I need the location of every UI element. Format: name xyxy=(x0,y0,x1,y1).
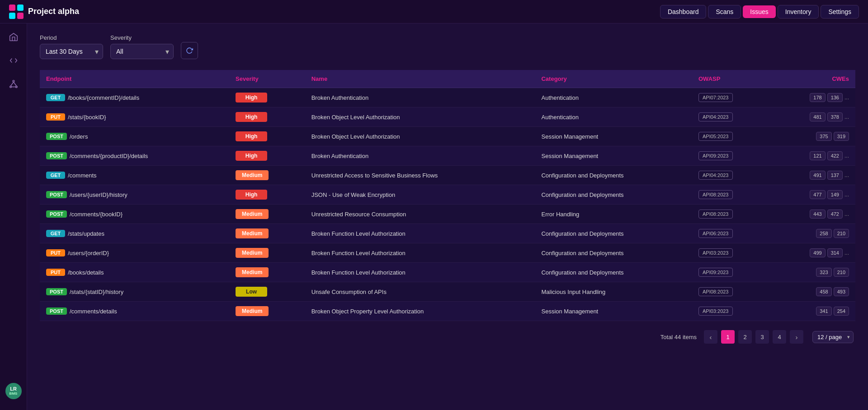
sidebar-code-icon[interactable] xyxy=(7,54,20,67)
name-cell: Broken Function Level Authorization xyxy=(305,224,535,243)
svg-rect-0 xyxy=(9,5,15,11)
cwe-value: 178 xyxy=(810,93,825,102)
nav-settings[interactable]: Settings xyxy=(821,5,859,19)
table-row[interactable]: POST /orders High Broken Object Level Au… xyxy=(40,127,855,146)
severity-badge: High xyxy=(236,112,267,122)
cwes-cell: 491137... xyxy=(769,166,855,185)
main-content: Period Last 30 Days Last 7 Days Last 90 … xyxy=(27,23,868,410)
severity-badge: High xyxy=(236,131,267,141)
top-navigation: Project alpha Dashboard Scans Issues Inv… xyxy=(0,0,868,23)
page-2-button[interactable]: 2 xyxy=(738,330,752,344)
sidebar-home-icon[interactable] xyxy=(7,31,20,43)
endpoint-cell: POST /orders xyxy=(40,127,229,146)
name-cell: Broken Object Level Authorization xyxy=(305,127,535,146)
logo-icon xyxy=(9,5,24,19)
severity-cell: High xyxy=(229,88,305,107)
owasp-cell: API04:2023 xyxy=(692,166,769,185)
endpoint-path: /users/{userID}/history xyxy=(70,191,127,198)
name-cell: Unrestricted Access to Sensitive Busines… xyxy=(305,166,535,185)
nav-dashboard[interactable]: Dashboard xyxy=(660,5,707,19)
svg-rect-1 xyxy=(17,5,24,11)
cwes-cell: 178136... xyxy=(769,88,855,107)
category-cell: Configuration and Deployments xyxy=(535,243,692,263)
table-row[interactable]: POST /comments/details Medium Broken Obj… xyxy=(40,302,855,321)
category-cell: Authentication xyxy=(535,88,692,107)
owasp-badge: API04:2023 xyxy=(698,171,733,180)
severity-cell: Medium xyxy=(229,224,305,243)
cwe-value: 422 xyxy=(827,151,843,160)
page-3-button[interactable]: 3 xyxy=(755,330,769,344)
cwe-value: 254 xyxy=(834,307,849,316)
owasp-badge: API04:2023 xyxy=(698,112,733,121)
endpoint-path: /books/{commentID}/details xyxy=(68,94,139,101)
table-row[interactable]: GET /books/{commentID}/details High Brok… xyxy=(40,88,855,107)
severity-select[interactable]: All Critical High Medium Low xyxy=(110,44,174,59)
per-page-select[interactable]: 12 / page 25 / page 50 / page xyxy=(812,331,854,343)
cwe-value: 323 xyxy=(816,268,831,277)
cwe-value: 481 xyxy=(810,112,825,121)
endpoint-cell: GET /comments xyxy=(40,166,229,185)
severity-cell: High xyxy=(229,127,305,146)
logo-area: Project alpha xyxy=(9,5,655,19)
table-row[interactable]: GET /stats/updates Medium Broken Functio… xyxy=(40,224,855,243)
user-avatar[interactable]: LR BMS xyxy=(5,383,22,399)
table-row[interactable]: POST /comments/{bookID} Medium Unrestric… xyxy=(40,205,855,224)
table-row[interactable]: POST /users/{userID}/history High JSON -… xyxy=(40,185,855,205)
severity-label: Severity xyxy=(110,34,174,41)
next-page-button[interactable]: › xyxy=(790,330,803,344)
cwe-value: 477 xyxy=(810,190,825,199)
cwe-value: 137 xyxy=(827,171,843,180)
col-severity: Severity xyxy=(229,70,305,88)
prev-page-button[interactable]: ‹ xyxy=(704,330,717,344)
cwe-value: 341 xyxy=(816,307,831,316)
cwes-cell: 443472... xyxy=(769,205,855,224)
table-row[interactable]: PUT /books/details Medium Broken Functio… xyxy=(40,263,855,282)
user-initials: LR xyxy=(10,387,17,391)
page-1-button[interactable]: 1 xyxy=(721,330,735,344)
table-row[interactable]: PUT /stats/{bookID} High Broken Object L… xyxy=(40,107,855,127)
main-layout: LR BMS Period Last 30 Days Last 7 Days L… xyxy=(0,23,868,410)
method-badge: GET xyxy=(46,172,65,179)
endpoint-cell: POST /stats/{statID}/history xyxy=(40,282,229,302)
sidebar-network-icon[interactable] xyxy=(7,78,20,90)
table-row[interactable]: GET /comments Medium Unrestricted Access… xyxy=(40,166,855,185)
category-cell: Session Management xyxy=(535,302,692,321)
page-4-button[interactable]: 4 xyxy=(773,330,786,344)
nav-issues[interactable]: Issues xyxy=(743,5,775,18)
table-row[interactable]: POST /comments/{productID}/details High … xyxy=(40,146,855,166)
severity-cell: Medium xyxy=(229,205,305,224)
table-row[interactable]: POST /stats/{statID}/history Low Unsafe … xyxy=(40,282,855,302)
owasp-cell: API08:2023 xyxy=(692,282,769,302)
endpoint-path: /stats/{statID}/history xyxy=(70,289,123,295)
table-row[interactable]: PUT /users/{orderID} Medium Broken Funct… xyxy=(40,243,855,263)
cwe-value: 314 xyxy=(827,248,843,257)
period-select-wrapper: Last 30 Days Last 7 Days Last 90 Days Al… xyxy=(40,44,103,59)
owasp-cell: API07:2023 xyxy=(692,88,769,107)
endpoint-cell: PUT /books/details xyxy=(40,263,229,282)
severity-badge: Low xyxy=(236,287,267,297)
endpoint-cell: POST /comments/details xyxy=(40,302,229,321)
cwe-value: 136 xyxy=(827,93,843,102)
cwe-more: ... xyxy=(844,94,849,101)
svg-point-4 xyxy=(13,80,14,82)
name-cell: Broken Authentication xyxy=(305,88,535,107)
cwe-value: 491 xyxy=(810,171,825,180)
nav-scans[interactable]: Scans xyxy=(708,5,741,19)
owasp-badge: API09:2023 xyxy=(698,151,733,160)
severity-filter-group: Severity All Critical High Medium Low xyxy=(110,34,174,59)
endpoint-cell: GET /stats/updates xyxy=(40,224,229,243)
severity-badge: Medium xyxy=(236,170,269,180)
method-badge: POST xyxy=(46,152,67,159)
severity-badge: Medium xyxy=(236,306,269,316)
severity-badge: High xyxy=(236,190,267,200)
endpoint-cell: POST /comments/{bookID} xyxy=(40,205,229,224)
cwe-value: 499 xyxy=(810,248,825,257)
refresh-button[interactable] xyxy=(181,42,198,59)
cwe-value: 493 xyxy=(834,287,849,296)
endpoint-path: /books/details xyxy=(68,269,104,276)
category-cell: Authentication xyxy=(535,107,692,127)
nav-inventory[interactable]: Inventory xyxy=(778,5,819,19)
filters-bar: Period Last 30 Days Last 7 Days Last 90 … xyxy=(40,34,855,59)
cwe-value: 258 xyxy=(816,229,831,238)
period-select[interactable]: Last 30 Days Last 7 Days Last 90 Days Al… xyxy=(40,44,103,59)
